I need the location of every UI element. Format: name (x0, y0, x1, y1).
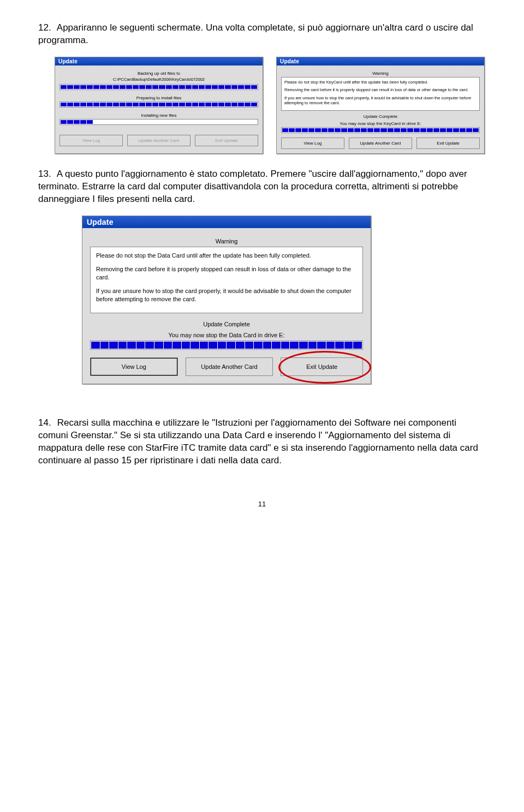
stop-msg: You may now stop the KeyCard in drive E: (281, 121, 480, 126)
update-warning-dialog: Update Warning Please do not stop the Ke… (276, 57, 485, 154)
page-number: 11 (38, 500, 486, 508)
warning-line: Removing the card before it is properly … (96, 265, 357, 282)
stop-msg: You may now stop the Data Card in drive … (90, 332, 363, 338)
warning-line: Please do not stop the Data Card until a… (96, 252, 357, 260)
warning-line: Please do not stop the KeyCard until aft… (284, 80, 477, 85)
list-number: 14. (38, 417, 55, 429)
update-another-card-button[interactable]: Update Another Card (349, 138, 412, 149)
list-number: 12. (38, 22, 55, 34)
complete-progress (90, 341, 363, 350)
complete-progress (281, 127, 480, 133)
install-label: Installing new files (59, 113, 258, 118)
view-log-button[interactable]: View Log (281, 138, 344, 149)
install-progress (59, 119, 258, 125)
warning-line: If you are unsure how to stop the card p… (284, 95, 477, 106)
paragraph-text: A questo punto l'aggiornamento è stato c… (38, 169, 467, 204)
warning-text-box: Please do not stop the Data Card until a… (90, 247, 363, 313)
dialog-row: Update Backing up old files to C:\PCCard… (55, 57, 486, 154)
view-log-button[interactable]: View Log (59, 135, 123, 146)
exit-update-button[interactable]: Exit Update (195, 135, 258, 146)
warning-line: Removing the card before it is properly … (284, 87, 477, 92)
warning-label: Warning (90, 238, 363, 244)
list-number: 13. (38, 168, 55, 181)
paragraph-text: Appariranno le seguenti schermate. Una v… (38, 22, 473, 45)
dialog-titlebar: Update (55, 57, 263, 65)
update-complete-dialog: Update Warning Please do not stop the Da… (82, 216, 371, 384)
update-progress-dialog: Update Backing up old files to C:\PCCard… (55, 57, 263, 154)
warning-line: If you are unsure how to stop the card p… (96, 287, 357, 303)
dialog-titlebar: Update (277, 57, 484, 65)
update-another-card-button[interactable]: Update Another Card (186, 357, 273, 376)
exit-update-button[interactable]: Exit Update (281, 357, 363, 376)
backup-label: Backing up old files to (59, 71, 258, 76)
paragraph-13: 13. A questo punto l'aggiornamento è sta… (38, 168, 486, 206)
prepare-progress (59, 101, 258, 108)
view-log-button[interactable]: View Log (90, 357, 178, 376)
complete-label: Update Complete (281, 114, 480, 119)
exit-update-button[interactable]: Exit Update (416, 138, 480, 149)
update-another-card-button[interactable]: Update Another Card (127, 135, 190, 146)
warning-label: Warning (281, 71, 480, 76)
paragraph-14: 14. Recarsi sulla macchina e utilizzare … (38, 417, 486, 467)
paragraph-12: 12. Appariranno le seguenti schermate. U… (38, 22, 486, 47)
prepare-label: Preparing to install files (59, 95, 258, 100)
backup-progress (59, 84, 258, 90)
complete-label: Update Complete (90, 321, 363, 327)
backup-path: C:\PCCardBackup\Default\2006\KeyCards\07… (59, 77, 258, 82)
paragraph-text: Recarsi sulla macchina e utilizzare le "… (38, 417, 478, 465)
dialog-titlebar: Update (82, 216, 371, 228)
warning-text-box: Please do not stop the KeyCard until aft… (281, 77, 480, 111)
